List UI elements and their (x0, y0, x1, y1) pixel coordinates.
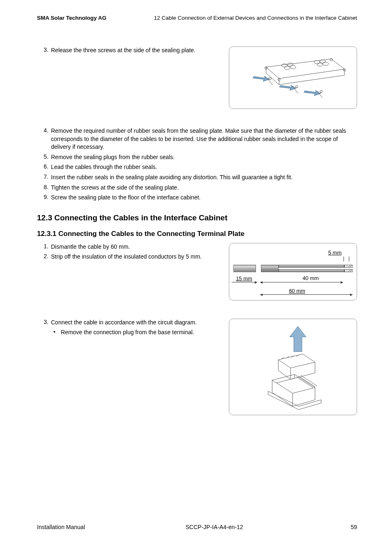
steps-1-2-row: 1. Dismantle the cable by 60 mm. 2. Stri… (37, 243, 357, 301)
step-text: Insert the rubber seals in the sealing p… (51, 173, 357, 182)
step-number: 5. (37, 153, 48, 160)
svg-point-5 (320, 60, 326, 63)
step-3b-row: 3. Connect the cable in accordance with … (37, 319, 357, 415)
svg-line-15 (269, 79, 270, 79)
step-number: 3. (37, 319, 48, 325)
footer-doc-id: SCCP-JP-IA-A4-en-12 (185, 524, 243, 530)
svg-point-1 (287, 63, 293, 66)
svg-point-3 (290, 65, 296, 69)
step-text: Strip off the insulation of the insulate… (51, 253, 221, 261)
header-company: SMA Solar Technology AG (37, 15, 106, 21)
heading-12-3: 12.3 Connecting the Cables in the Interf… (37, 213, 357, 222)
svg-point-0 (281, 64, 287, 67)
svg-point-14 (320, 90, 323, 93)
page-header: SMA Solar Technology AG 12 Cable Connect… (37, 15, 357, 21)
heading-12-3-1: 12.3.1 Connecting the Cables to the Conn… (37, 230, 357, 238)
bullet-text: Remove the connection plug from the base… (61, 328, 221, 337)
step-text: Connect the cable in accordance with the… (51, 319, 221, 327)
dim-60mm: 60 mm (285, 288, 309, 294)
step-number: 2. (37, 253, 48, 259)
steps-4-to-9: 4. Remove the required number of rubber … (37, 127, 357, 202)
dim-40mm: 40 mm (298, 275, 323, 281)
step-number: 3. (37, 46, 48, 53)
dim-15mm: 15 mm (233, 275, 256, 282)
step-number: 1. (37, 243, 48, 250)
page-footer: Installation Manual SCCP-JP-IA-A4-en-12 … (37, 524, 357, 530)
figure-cable-strip: 5 mm 15 mm 40 mm 60 mm (229, 243, 357, 301)
svg-point-6 (317, 63, 323, 66)
step-text: Lead the cables through the rubber seals… (51, 163, 357, 171)
step-text: Release the three screws at the side of … (51, 46, 221, 55)
figure-sealing-plate (229, 46, 357, 109)
header-chapter: 12 Cable Connection of External Devices … (154, 15, 357, 21)
step-text: Remove the sealing plugs from the rubber… (51, 153, 357, 162)
step-text: Screw the sealing plate to the floor of … (51, 194, 357, 202)
step-text: Remove the required number of rubber sea… (51, 127, 357, 151)
bullet-icon: • (53, 328, 61, 335)
svg-point-2 (284, 66, 290, 69)
step-number: 8. (37, 184, 48, 190)
step-number: 6. (37, 163, 48, 170)
figure-terminal-plug (229, 319, 357, 415)
step-text: Dismantle the cable by 60 mm. (51, 243, 221, 251)
footer-page-number: 59 (350, 524, 357, 530)
step-number: 9. (37, 194, 48, 200)
dim-5mm: 5 mm (325, 250, 345, 256)
step-number: 7. (37, 173, 48, 180)
footer-left: Installation Manual (37, 524, 85, 530)
step-3-row: 3. Release the three screws at the side … (37, 46, 357, 109)
step-number: 4. (37, 127, 48, 134)
step-text: Tighten the screws at the side of the se… (51, 184, 357, 192)
svg-point-4 (314, 60, 320, 64)
svg-point-7 (323, 62, 329, 65)
